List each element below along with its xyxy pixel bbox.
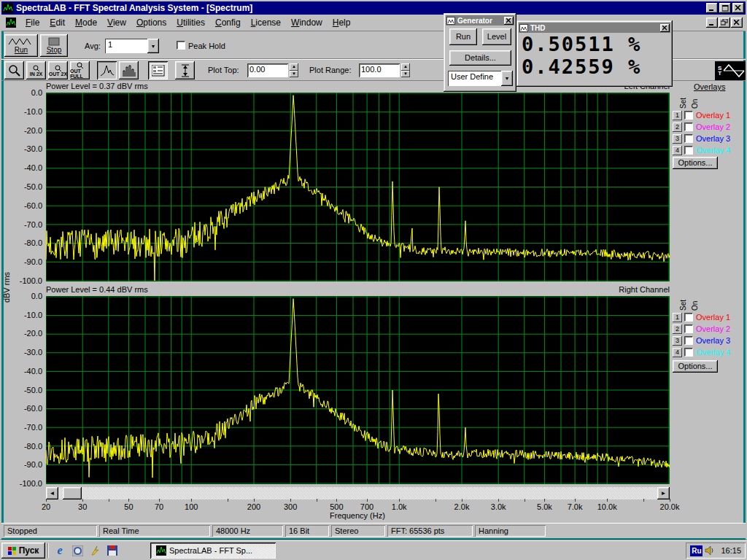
menu-edit[interactable]: Edit [44,15,70,30]
y-tick-label: -20.0 [10,329,42,338]
x-tick-mark [191,499,192,502]
stop-button[interactable]: Stop [40,34,68,57]
generator-title-bar[interactable]: Generator [446,15,514,26]
zoom-in-2x-button[interactable]: IN 2X [26,61,46,79]
generator-run-button[interactable]: Run [449,28,477,45]
peak-curve-icon [100,64,115,77]
thd-close-icon[interactable] [660,24,670,32]
menu-file[interactable]: File [20,15,44,30]
overlay-set-button[interactable]: 1 [673,313,682,322]
overlay-on-checkbox[interactable] [684,313,693,322]
overlay-set-button[interactable]: 3 [673,134,682,144]
child-window-icon[interactable] [6,18,16,28]
generator-mode-combobox[interactable]: User Define ▼ [448,71,513,86]
language-indicator[interactable]: Ru [690,545,703,556]
overlay-set-button[interactable]: 4 [673,348,682,357]
frequency-scrollbar[interactable]: ◄ ► [46,487,670,499]
maximize-button[interactable] [719,3,731,13]
menu-view[interactable]: View [102,15,131,30]
zoom-button[interactable] [4,61,24,79]
overlay-row: 1Overlay 1 [673,110,730,120]
taskbar-task-spectralab[interactable]: SpectraLAB - FFT Sp... [150,542,276,559]
taskbar: Пуск e SpectraLAB - FFT Sp... Ru 16:15 [0,540,747,560]
x-tick-mark [128,499,129,502]
generator-close-icon[interactable] [504,17,514,25]
overlay-on-checkbox[interactable] [684,122,693,131]
system-tray: Ru 16:15 [686,542,746,559]
generator-title: Generator [457,17,504,25]
avg-combobox[interactable]: 1 ▼ [105,39,159,53]
child-close-button[interactable] [731,18,743,28]
right-channel-spectrum-plot[interactable] [46,296,670,484]
close-button[interactable] [732,3,744,13]
x-tick-mark [367,499,368,502]
overlay-on-checkbox[interactable] [684,336,693,345]
menu-license[interactable]: License [246,15,286,30]
y-scale-button[interactable] [175,61,195,79]
media-player-icon[interactable] [71,544,84,557]
run-button-label: Run [15,46,28,54]
menu-options[interactable]: Options [131,15,171,30]
generator-level-button[interactable]: Level [482,28,511,45]
line-plot-mode-button[interactable] [97,61,117,79]
overlay-set-button[interactable]: 2 [673,122,682,132]
status-field: 16 Bit [285,525,329,537]
scrollbar-thumb[interactable] [63,487,82,499]
overlay-on-checkbox[interactable] [684,111,693,120]
plot-range-spinner[interactable]: ▲▼ [401,63,410,77]
menu-utilities[interactable]: Utilities [171,15,210,30]
overlay-set-button[interactable]: 3 [673,336,682,346]
menu-items: FileEditModeViewOptionsUtilitiesConfigLi… [20,15,355,30]
bar-plot-mode-button[interactable] [119,61,139,79]
scroll-right-arrow-icon[interactable]: ► [657,487,670,499]
internet-explorer-icon[interactable]: e [53,544,66,557]
peak-hold-checkbox[interactable] [177,41,185,50]
overlays-on-label: On [691,99,699,109]
overlay-options-button[interactable]: Options... [673,157,718,169]
overlay-set-button[interactable]: 2 [673,324,682,334]
plot-range-input[interactable]: 100.0 [359,63,400,77]
run-button[interactable]: Run [4,34,38,57]
y-tick-label: -50.0 [10,182,42,191]
y-tick-label: -70.0 [10,220,42,229]
menu-config[interactable]: Config [210,15,246,30]
child-restore-button[interactable] [719,18,730,28]
minimize-button[interactable] [706,3,718,13]
overlay-options-button[interactable]: Options... [673,360,718,373]
overlay-on-checkbox[interactable] [684,324,693,333]
start-button[interactable]: Пуск [1,542,45,559]
overlays-set-label: Set [679,300,687,311]
thd-title: THD [530,24,660,32]
overlay-row: 2Overlay 2 [673,324,730,334]
menu-help[interactable]: Help [328,15,356,30]
zoom-full-icon [77,62,84,69]
overlay-on-checkbox[interactable] [684,134,693,143]
winamp-icon[interactable] [88,544,101,557]
thd-title-bar[interactable]: THD [519,23,670,33]
overlay-set-button[interactable]: 4 [673,146,682,155]
volume-speaker-icon[interactable] [705,545,715,556]
scroll-left-arrow-icon[interactable]: ◄ [46,487,58,499]
plot-top-spinner[interactable]: ▲▼ [290,63,298,77]
zoom-out-2x-button[interactable]: OUT 2X [48,61,68,79]
save-disk-icon[interactable] [106,544,119,557]
overlay-on-checkbox[interactable] [684,146,693,155]
display-options-button[interactable] [148,61,168,79]
avg-dropdown-arrow-icon[interactable]: ▼ [147,39,159,53]
plot-top-input[interactable]: 0.00 [247,63,288,77]
overlay-label: Overlay 1 [696,313,730,322]
generator-mode-dropdown-arrow-icon[interactable]: ▼ [501,71,513,86]
right-power-level: Power Level = 0.44 dBV rms [46,285,148,296]
overlay-on-checkbox[interactable] [684,348,693,357]
y-tick-label: 0.0 [10,292,42,300]
overlay-set-button[interactable]: 1 [673,111,682,120]
thd-value-left: 0.50511 % [522,33,670,55]
child-minimize-button[interactable] [706,18,718,28]
title-bar[interactable]: SpectraLAB - FFT Spectral Analysis Syste… [1,1,746,15]
generator-details-button[interactable]: Details... [449,50,511,66]
zoom-out-full-button[interactable]: OUT FULL [70,61,90,79]
menu-window[interactable]: Window [286,15,328,30]
y-tick-label: -30.0 [10,144,42,153]
menu-mode[interactable]: Mode [70,15,102,30]
left-channel-spectrum-plot[interactable] [46,93,670,281]
